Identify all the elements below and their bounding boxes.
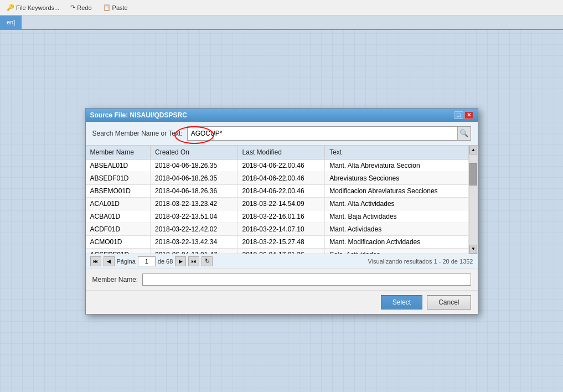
dialog-titlebar: Source File: NISAUI/QDSPSRC □ ✕ [86, 109, 478, 122]
page-next-button[interactable]: ▶ [175, 256, 186, 266]
table-row[interactable]: ACMO01D 2018-03-22-13.42.34 2018-03-22-1… [86, 235, 478, 248]
members-table: Member Name Created On Last Modified Tex… [86, 146, 478, 254]
member-name-input[interactable] [142, 274, 471, 286]
cell-text: Mant. Alta Actividades [325, 197, 468, 210]
search-label: Search Member Name or Text: [92, 130, 183, 137]
cell-modified: 2018-03-22-14.07.10 [237, 223, 325, 235]
cell-member: ABSEMO01D [86, 184, 151, 197]
key-icon: 🔑 [7, 4, 14, 11]
page-label: Página [117, 258, 136, 265]
table-header-row: Member Name Created On Last Modified Tex… [86, 146, 478, 159]
cell-text: Mant. Baja Actividades [325, 210, 468, 223]
tab-label: en] [7, 19, 15, 25]
col-text: Text [325, 146, 468, 159]
scroll-down-arrow[interactable]: ▼ [469, 245, 477, 254]
toolbar-item-paste[interactable]: 📋 Paste [101, 3, 130, 12]
cell-created: 2018-03-22-13.42.34 [151, 235, 238, 248]
page-prev-button[interactable]: ◀ [104, 256, 115, 266]
table-row[interactable]: ACBA01D 2018-03-22-13.51.04 2018-03-22-1… [86, 210, 478, 223]
cell-modified: 2018-03-22-15.27.48 [237, 235, 325, 248]
col-last-modified: Last Modified [237, 146, 325, 159]
toolbar: 🔑 File Keywords... ↷ Redo 📋 Paste [0, 0, 563, 16]
cell-created: 2018-03-22-13.51.04 [151, 210, 238, 223]
cell-modified: 2018-03-22-16.01.16 [237, 210, 325, 223]
pagination-bar: ⏮ ◀ Página de 68 ▶ ⏭ ↻ Visualizando resu… [86, 254, 478, 269]
cell-modified: 2018-04-06-22.00.46 [237, 159, 325, 172]
table-wrapper: Member Name Created On Last Modified Tex… [86, 146, 478, 254]
search-input[interactable] [188, 128, 457, 139]
cell-member: ACBA01D [86, 210, 151, 223]
cell-member: ACDF01D [86, 223, 151, 235]
cell-text: Abreviaturas Secciones [325, 172, 468, 184]
paste-icon: 📋 [103, 4, 111, 11]
dialog-footer: Select Cancel [86, 290, 478, 314]
col-member-name: Member Name [86, 146, 151, 159]
select-button[interactable]: Select [381, 295, 422, 310]
cell-member: ABSEAL01D [86, 159, 151, 172]
table-row[interactable]: ABSEAL01D 2018-04-06-18.26.35 2018-04-06… [86, 159, 478, 172]
table-row[interactable]: ACAL01D 2018-03-22-13.23.42 2018-03-22-1… [86, 197, 478, 210]
cancel-button[interactable]: Cancel [427, 295, 471, 310]
table-body: ABSEAL01D 2018-04-06-18.26.35 2018-04-06… [86, 159, 478, 254]
member-name-label: Member Name: [92, 276, 138, 283]
toolbar-label-keywords: File Keywords... [16, 4, 59, 11]
cell-member: ACMO01D [86, 235, 151, 248]
table-row[interactable]: ABSEMO01D 2018-04-06-18.26.36 2018-04-06… [86, 184, 478, 197]
cell-created: 2018-06-04-17.01.47 [151, 248, 238, 254]
page-last-button[interactable]: ⏭ [188, 256, 199, 266]
cell-text: Mant. Alta Abreviatura Seccion [325, 159, 468, 172]
tab-en[interactable]: en] [0, 16, 22, 29]
toolbar-label-paste: Paste [112, 4, 128, 11]
dialog-title: Source File: NISAUI/QDSPSRC [90, 111, 187, 119]
tab-strip: en] [0, 16, 563, 30]
table-scrollbar[interactable]: ▲ ▼ [469, 146, 478, 254]
source-file-dialog: Source File: NISAUI/QDSPSRC □ ✕ Search M… [85, 108, 478, 314]
table-row[interactable]: ACSEDF01D 2018-06-04-17.01.47 2018-06-04… [86, 248, 478, 254]
toolbar-label-redo: Redo [77, 4, 91, 11]
search-input-wrap: 🔍 [187, 126, 471, 141]
cell-created: 2018-04-06-18.26.35 [151, 159, 238, 172]
search-area: Search Member Name or Text: 🔍 [86, 122, 478, 146]
close-button[interactable]: ✕ [464, 111, 473, 119]
cell-modified: 2018-03-22-14.54.09 [237, 197, 325, 210]
cell-text: Sele. Actividades [325, 248, 468, 254]
cell-text: Mant. Actividades [325, 223, 468, 235]
toolbar-item-redo[interactable]: ↷ Redo [68, 3, 94, 12]
cell-modified: 2018-06-04-17.01.26 [237, 248, 325, 254]
member-name-area: Member Name: [86, 269, 478, 290]
titlebar-controls: □ ✕ [454, 111, 473, 119]
cell-created: 2018-03-22-13.23.42 [151, 197, 238, 210]
scroll-up-arrow[interactable]: ▲ [469, 146, 477, 154]
cell-modified: 2018-04-06-22.00.46 [237, 184, 325, 197]
table-container: Member Name Created On Last Modified Tex… [86, 146, 478, 254]
page-input[interactable] [138, 256, 156, 266]
cell-text: Mant. Modificacion Actividades [325, 235, 468, 248]
cell-created: 2018-04-06-18.26.36 [151, 184, 238, 197]
redo-icon: ↷ [70, 4, 75, 11]
page-first-button[interactable]: ⏮ [90, 256, 101, 266]
table-row[interactable]: ACDF01D 2018-03-22-12.42.02 2018-03-22-1… [86, 223, 478, 235]
scrollbar-thumb[interactable] [469, 163, 477, 185]
cell-member: ACSEDF01D [86, 248, 151, 254]
cell-created: 2018-03-22-12.42.02 [151, 223, 238, 235]
maximize-button[interactable]: □ [454, 111, 463, 119]
cell-created: 2018-04-06-18.26.35 [151, 172, 238, 184]
cell-member: ACAL01D [86, 197, 151, 210]
page-refresh-button[interactable]: ↻ [202, 256, 213, 266]
cell-text: Modificacion Abreviaturas Secciones [325, 184, 468, 197]
table-row[interactable]: ABSEDF01D 2018-04-06-18.26.35 2018-04-06… [86, 172, 478, 184]
page-of: de 68 [158, 258, 173, 265]
cell-modified: 2018-04-06-22.00.46 [237, 172, 325, 184]
dialog-overlay: Source File: NISAUI/QDSPSRC □ ✕ Search M… [0, 30, 563, 392]
page-status: Visualizando resultados 1 - 20 de 1352 [368, 258, 473, 265]
toolbar-item-file-keywords[interactable]: 🔑 File Keywords... [4, 3, 61, 12]
cell-member: ABSEDF01D [86, 172, 151, 184]
col-created-on: Created On [151, 146, 238, 159]
search-button[interactable]: 🔍 [457, 127, 471, 140]
